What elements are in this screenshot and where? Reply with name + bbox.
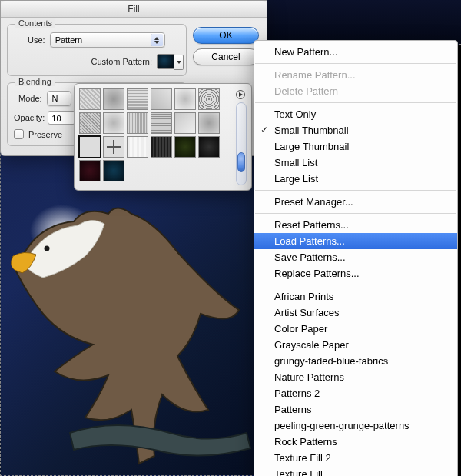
pattern-swatch[interactable] bbox=[127, 136, 148, 158]
pattern-swatch[interactable] bbox=[151, 88, 172, 110]
menu-item[interactable]: Color Paper bbox=[254, 321, 457, 337]
menu-separator bbox=[255, 63, 456, 64]
menu-item[interactable]: Artist Surfaces bbox=[254, 305, 457, 321]
menu-separator bbox=[255, 285, 456, 285]
menu-item[interactable]: Preset Manager... bbox=[254, 194, 457, 210]
menu-separator bbox=[255, 102, 456, 103]
pattern-swatch[interactable] bbox=[103, 136, 124, 158]
menu-item[interactable]: Large List bbox=[254, 171, 457, 187]
menu-item[interactable]: African Prints bbox=[254, 288, 457, 305]
pattern-swatch[interactable] bbox=[198, 136, 220, 158]
ok-button[interactable]: OK bbox=[193, 27, 259, 44]
canvas-dark-region bbox=[254, 0, 461, 45]
pattern-swatch[interactable] bbox=[198, 88, 220, 110]
pattern-swatch[interactable] bbox=[103, 88, 124, 110]
custom-pattern-label: Custom Pattern: bbox=[91, 57, 152, 66]
pattern-picker-popup bbox=[74, 83, 252, 191]
contents-group-label: Contents bbox=[15, 18, 55, 28]
pattern-swatch[interactable] bbox=[103, 112, 124, 134]
custom-pattern-swatch[interactable] bbox=[157, 54, 175, 69]
pattern-swatch[interactable] bbox=[174, 112, 196, 134]
pattern-swatch[interactable] bbox=[151, 112, 172, 134]
menu-item[interactable]: peeling-green-grunge-patterns bbox=[254, 418, 457, 434]
pattern-swatch[interactable] bbox=[127, 112, 148, 134]
custom-pattern-dropdown-icon[interactable] bbox=[174, 55, 184, 70]
use-label: Use: bbox=[28, 35, 45, 45]
preserve-label: Preserve bbox=[28, 130, 62, 139]
menu-item[interactable]: Texture Fill 2 bbox=[254, 450, 457, 466]
pattern-flyout-menu: New Pattern...Rename Pattern...Delete Pa… bbox=[254, 40, 458, 476]
use-select-value: Pattern bbox=[55, 35, 82, 45]
pattern-swatch[interactable] bbox=[79, 136, 101, 158]
pattern-swatch[interactable] bbox=[151, 136, 172, 158]
pattern-swatch[interactable] bbox=[198, 112, 220, 134]
pattern-swatch[interactable] bbox=[103, 160, 124, 181]
pattern-swatch[interactable] bbox=[174, 88, 196, 110]
pattern-swatch[interactable] bbox=[79, 160, 101, 181]
mode-label: Mode: bbox=[18, 94, 42, 103]
opacity-field[interactable]: 10 bbox=[48, 111, 75, 125]
menu-item: Rename Pattern... bbox=[254, 67, 457, 83]
svg-point-0 bbox=[45, 246, 50, 251]
menu-separator bbox=[255, 190, 456, 191]
menu-item[interactable]: Texture Fill bbox=[254, 466, 457, 476]
menu-item[interactable]: Small List bbox=[254, 155, 457, 171]
menu-item: Delete Pattern bbox=[254, 83, 457, 99]
menu-item[interactable]: New Pattern... bbox=[254, 44, 457, 60]
blending-group-label: Blending bbox=[15, 77, 55, 86]
scrollbar-thumb[interactable] bbox=[237, 152, 245, 172]
menu-item[interactable]: Replace Patterns... bbox=[254, 265, 457, 281]
stepper-icon bbox=[151, 34, 163, 46]
canvas-subject-eagle bbox=[1, 179, 254, 471]
menu-item[interactable]: Patterns 2 bbox=[254, 385, 457, 401]
menu-item[interactable]: Small Thumbnail✓ bbox=[254, 122, 457, 138]
menu-item[interactable]: Grayscale Paper bbox=[254, 337, 457, 353]
menu-item[interactable]: Reset Patterns... bbox=[254, 217, 457, 233]
menu-item[interactable]: Large Thumbnail bbox=[254, 138, 457, 155]
pattern-swatch[interactable] bbox=[79, 112, 101, 134]
mode-select-value: N bbox=[52, 94, 58, 103]
preserve-checkbox[interactable] bbox=[14, 129, 24, 139]
pattern-swatch[interactable] bbox=[79, 88, 101, 110]
check-icon: ✓ bbox=[260, 124, 268, 137]
menu-item[interactable]: Text Only bbox=[254, 106, 457, 122]
pattern-swatch[interactable] bbox=[127, 88, 148, 110]
menu-item[interactable]: Patterns bbox=[254, 401, 457, 418]
menu-item[interactable]: grungy-faded-blue-fabrics bbox=[254, 353, 457, 369]
use-select[interactable]: Pattern bbox=[50, 32, 165, 48]
menu-item[interactable]: Rock Patterns bbox=[254, 434, 457, 450]
menu-item[interactable]: Save Patterns... bbox=[254, 249, 457, 265]
menu-item[interactable]: Load Patterns... bbox=[254, 233, 457, 249]
pattern-picker-scrollbar[interactable] bbox=[236, 102, 247, 185]
dialog-title: Fill bbox=[1, 1, 267, 18]
pattern-picker-flyout-button[interactable] bbox=[236, 90, 245, 99]
pattern-swatch[interactable] bbox=[174, 136, 196, 158]
opacity-label: Opacity: bbox=[14, 113, 45, 122]
cancel-button[interactable]: Cancel bbox=[193, 48, 259, 65]
menu-item[interactable]: Nature Patterns bbox=[254, 369, 457, 385]
menu-separator bbox=[255, 213, 456, 214]
mode-select[interactable]: N bbox=[47, 91, 71, 106]
